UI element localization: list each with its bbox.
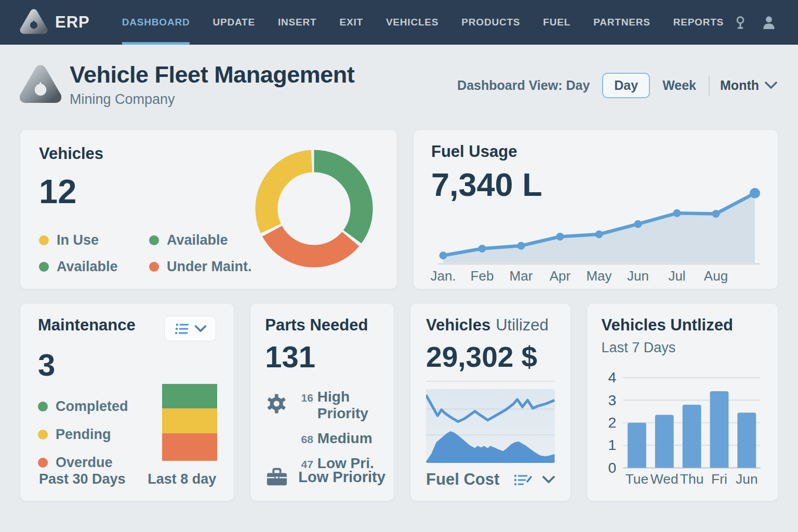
vehicles-card: Vehicles 12 In Use Available Available U… <box>20 129 397 289</box>
fuel-cost-label: Fuel Cost <box>426 470 499 489</box>
svg-text:Fri: Fri <box>711 471 727 487</box>
chevron-down-icon <box>195 325 206 332</box>
nav-items: DASHBOARD UPDATE INSERT EXIT VEHICLES PR… <box>122 0 734 45</box>
parts-needed-card: Parts Needed 131 <box>250 303 394 501</box>
svg-text:Tue: Tue <box>625 471 648 487</box>
brand-name: ERP <box>55 13 90 32</box>
stack-segment <box>162 408 217 433</box>
vehicles-week-bar-chart: 43210TueWedThuFriJun <box>602 359 763 487</box>
nav-item-insert[interactable]: INSERT <box>278 0 316 45</box>
legend-dot <box>38 402 48 411</box>
company-logo <box>20 63 61 107</box>
parts-footer-label: Low Priority <box>298 469 385 486</box>
month-dropdown[interactable]: Month <box>720 78 777 93</box>
maintenance-count: 3 <box>38 350 216 381</box>
fuel-usage-line-chart: Jan.FebMarAprMayJunJulAug <box>430 185 773 285</box>
nav-item-fuel[interactable]: FUEL <box>543 0 570 45</box>
page-header: Vehicle Fleet Management Mining Company … <box>20 61 777 108</box>
brand: ERP <box>20 0 90 45</box>
list-item: 68 Medium <box>296 430 379 447</box>
nav-item-reports[interactable]: REPORTS <box>673 0 724 45</box>
parts-priority-list: 16 High Priority 68 Medium 47 Low Pri. <box>296 389 379 472</box>
svg-text:Jan.: Jan. <box>430 268 456 284</box>
maintenance-period-right: Last 8 day <box>148 471 216 487</box>
dashboard-view-controls: Dashboard View: Day Day Week Month <box>457 73 777 98</box>
fuel-usage-title: Fuel Usage <box>431 142 760 161</box>
maintenance-title: Maintenance <box>38 316 136 335</box>
svg-text:Feb: Feb <box>471 268 494 284</box>
vehicles-untlized-title: Vehicles Untlized <box>602 316 763 335</box>
legend-dot <box>39 235 49 245</box>
divider <box>709 76 710 96</box>
svg-text:May: May <box>586 268 611 284</box>
user-icon[interactable] <box>762 15 776 30</box>
legend-dot <box>38 430 48 440</box>
list-edit-icon <box>513 472 533 487</box>
svg-text:Aug: Aug <box>704 268 728 284</box>
vehicles-utilized-value: 29,302 $ <box>426 343 555 371</box>
vehicles-utilized-title: VehiclesUtilized <box>426 316 555 335</box>
svg-text:Apr: Apr <box>550 268 571 284</box>
svg-text:Mar: Mar <box>510 268 533 284</box>
list-icon <box>174 322 191 336</box>
page-title: Vehicle Fleet Management <box>70 61 354 88</box>
chevron-down-icon <box>542 476 555 484</box>
parts-needed-title: Parts Needed <box>265 316 379 335</box>
maintenance-stacked-bar-chart <box>162 384 217 461</box>
search-icon[interactable] <box>734 15 747 30</box>
fuel-cost-dropdown[interactable] <box>513 472 555 487</box>
page-subtitle: Mining Company <box>70 91 354 108</box>
svg-text:Jul: Jul <box>668 268 685 284</box>
svg-text:2: 2 <box>608 414 616 431</box>
vehicles-untlized-card: Vehicles Untlized Last 7 Days 43210TueWe… <box>587 303 778 501</box>
vehicles-untlized-subtitle: Last 7 Days <box>602 340 763 356</box>
top-nav: ERP DASHBOARD UPDATE INSERT EXIT VEHICLE… <box>0 0 798 45</box>
legend-item: Available <box>39 259 149 275</box>
maintenance-card: Maintenance 3 Completed Pending Overdue <box>20 303 234 501</box>
svg-text:1: 1 <box>608 437 616 454</box>
nav-item-dashboard[interactable]: DASHBOARD <box>122 0 190 45</box>
legend-dot <box>149 262 159 272</box>
maintenance-period-left: Past 30 Days <box>39 471 126 487</box>
list-item: 16 High Priority <box>296 389 379 422</box>
chevron-down-icon <box>765 82 777 89</box>
svg-text:0: 0 <box>608 459 616 476</box>
legend-dot <box>38 458 48 468</box>
toolbox-icon <box>265 467 289 487</box>
nav-item-vehicles[interactable]: VEHICLES <box>386 0 438 45</box>
stack-segment <box>162 384 217 408</box>
legend-dot <box>149 235 159 245</box>
nav-item-exit[interactable]: EXIT <box>339 0 363 45</box>
legend-item: In Use <box>39 232 149 248</box>
maintenance-filter-dropdown[interactable] <box>164 316 216 341</box>
divider <box>426 381 555 382</box>
svg-text:3: 3 <box>608 392 616 408</box>
week-button[interactable]: Week <box>660 75 698 96</box>
erp-logo-icon <box>20 8 48 37</box>
nav-item-products[interactable]: PRODUCTS <box>461 0 520 45</box>
svg-text:Wed: Wed <box>650 471 678 487</box>
parts-needed-count: 131 <box>265 342 379 372</box>
day-button[interactable]: Day <box>602 73 650 98</box>
gear-icon <box>265 389 288 419</box>
month-label: Month <box>720 78 759 93</box>
svg-text:Jun: Jun <box>736 471 758 487</box>
vehicle-status-donut-chart <box>251 145 377 272</box>
dashboard-view-label: Dashboard View: Day <box>457 78 590 93</box>
svg-text:Thu: Thu <box>680 471 703 487</box>
fuel-cost-mini-chart <box>426 389 555 463</box>
stack-segment <box>162 433 217 461</box>
legend-dot <box>39 262 49 272</box>
svg-text:Jun: Jun <box>627 268 649 284</box>
nav-item-partners[interactable]: PARTNERS <box>593 0 650 45</box>
svg-text:4: 4 <box>608 369 616 385</box>
vehicles-utilized-card: VehiclesUtilized 29,302 $ Fuel Cost <box>410 303 571 501</box>
fuel-usage-card: Fuel Usage 7,340 L Jan.FebMarAprMayJunJu… <box>413 129 778 289</box>
nav-item-update[interactable]: UPDATE <box>212 0 255 45</box>
